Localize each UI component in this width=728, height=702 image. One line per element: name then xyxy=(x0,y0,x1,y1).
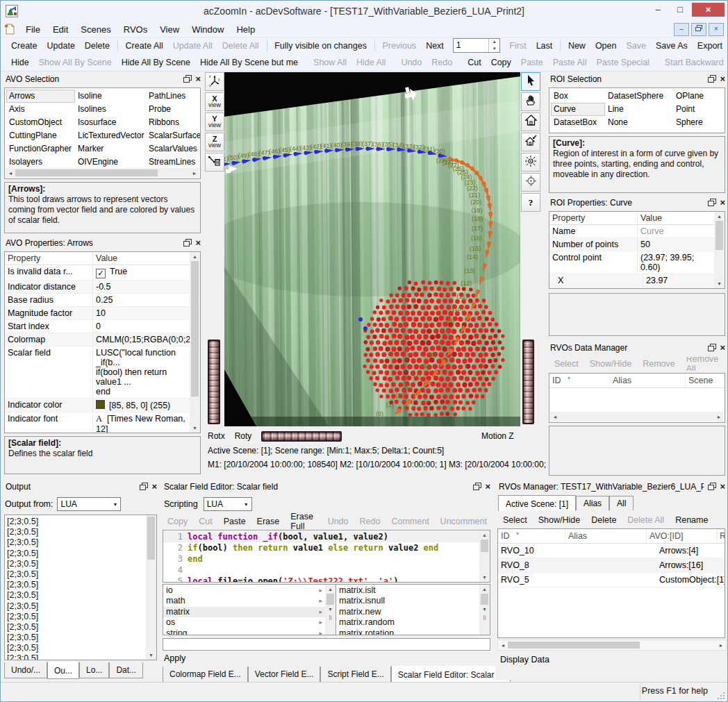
toolbar-button-export[interactable]: Export xyxy=(693,39,727,53)
tab-active-scene-1-[interactable]: Active Scene: [1] xyxy=(498,495,576,511)
module-item-os[interactable]: os▸ xyxy=(163,617,325,628)
float-icon[interactable] xyxy=(708,344,717,352)
module-item-io[interactable]: io▸ xyxy=(163,585,325,596)
list-item-none[interactable]: None xyxy=(605,116,673,129)
x-view-button[interactable]: Xview xyxy=(205,92,224,111)
list-item-point[interactable]: Point xyxy=(673,103,722,116)
close-icon[interactable]: × xyxy=(151,483,157,491)
column-header-scene[interactable]: Scene xyxy=(686,374,725,387)
tab-all[interactable]: All xyxy=(609,496,634,510)
property-value[interactable]: [85, 85, 0] (255) xyxy=(93,399,190,412)
function-item[interactable]: matrix.isnull xyxy=(336,596,479,606)
code-line[interactable]: 5local file=io.open('Z:\\Test222.txt', '… xyxy=(163,576,479,582)
function-item[interactable]: matrix.islt xyxy=(336,585,479,596)
tab-dat-[interactable]: Dat... xyxy=(109,662,143,678)
column-header-roi[interactable]: ROI xyxy=(717,529,725,543)
scripting-dropdown[interactable]: LUA▼ xyxy=(204,497,252,511)
column-header-alias[interactable]: Alias xyxy=(565,529,647,543)
property-value[interactable]: Curve xyxy=(638,225,714,237)
button-show-hide[interactable]: Show/Hide xyxy=(533,514,586,526)
rvo-row-rvo_8[interactable]: RVO_8Arrows:[16]Curve xyxy=(498,558,725,573)
column-header-alias[interactable]: Alias xyxy=(610,374,686,387)
close-icon[interactable]: × xyxy=(720,344,725,352)
float-icon[interactable] xyxy=(708,199,717,207)
toolbar-button-new[interactable]: New xyxy=(563,39,590,53)
property-row[interactable]: Indicator fontA[Times New Roman, 12] xyxy=(5,412,190,433)
property-row[interactable]: Start index0 xyxy=(5,320,190,333)
seek-button[interactable] xyxy=(521,173,540,192)
lua-function-list[interactable]: matrix.isltmatrix.isnullmatrix.newmatrix… xyxy=(336,585,479,635)
module-item-matrix[interactable]: matrix▸ xyxy=(163,607,325,617)
tab-lo-[interactable]: Lo... xyxy=(79,662,109,678)
roi-prop-vscrollbar[interactable]: ▲▼ xyxy=(714,212,725,288)
code-line[interactable]: 1local function _if(bool, value1, value2… xyxy=(163,531,479,542)
toolbar-button-last[interactable]: Last xyxy=(531,39,558,53)
property-row[interactable]: Base radius0.25 xyxy=(5,294,190,307)
close-icon[interactable]: × xyxy=(485,483,490,491)
home-button[interactable] xyxy=(521,112,540,131)
column-header-id[interactable]: ID▾ xyxy=(498,529,565,543)
code-vscrollbar[interactable]: ▲▼ xyxy=(479,530,490,582)
rdm-hscrollbar[interactable]: ◄► xyxy=(550,412,724,421)
resize-grip[interactable] xyxy=(717,692,725,700)
property-row[interactable]: X23.97 xyxy=(549,274,714,287)
close-icon[interactable]: × xyxy=(720,75,725,83)
property-value[interactable]: -0.5 xyxy=(93,281,190,293)
menu-item-scenes[interactable]: Scenes xyxy=(74,23,117,36)
menu-item-help[interactable]: Help xyxy=(230,23,261,36)
list-item-sphere[interactable]: Sphere xyxy=(673,116,722,129)
close-icon[interactable]: × xyxy=(195,239,201,247)
maximize-button[interactable]: □ xyxy=(670,3,690,17)
toolbar-button-copy[interactable]: Copy xyxy=(486,56,516,69)
toolbar-button-create[interactable]: Create xyxy=(6,39,42,53)
menu-item-view[interactable]: View xyxy=(154,23,185,36)
float-icon[interactable] xyxy=(708,483,717,491)
tab-scalar-field-editor-scalar-[interactable]: Scalar Field Editor: Scalar ... xyxy=(391,666,511,683)
tab-colormap-field-e-[interactable]: Colormap Field E... xyxy=(163,667,248,683)
tab-script-field-e-[interactable]: Script Field E... xyxy=(320,667,390,683)
apply-button[interactable]: Apply xyxy=(164,653,185,663)
rvo-row-rvo_5[interactable]: RVO_5CustomObject:[1]None xyxy=(498,573,725,587)
z-view-button[interactable]: Zview xyxy=(205,133,224,151)
property-row[interactable]: Scalar fieldLUSC("local function _if(b..… xyxy=(5,346,190,399)
float-icon[interactable] xyxy=(473,483,482,491)
roty-thumbwheel[interactable] xyxy=(261,431,342,442)
property-row[interactable]: Number of points50 xyxy=(549,238,714,251)
code-line[interactable]: 3end xyxy=(163,553,479,565)
list-item-box[interactable]: Box xyxy=(551,90,605,103)
module-list-vscrollbar[interactable]: ▲▼|| xyxy=(325,585,336,635)
y-view-button[interactable]: Yview xyxy=(205,112,224,131)
property-value[interactable]: (23.97; 39.95; 0.60) xyxy=(638,251,714,274)
property-value[interactable]: A[Times New Roman, 12] xyxy=(93,412,190,433)
menu-item-edit[interactable]: Edit xyxy=(47,23,74,36)
code-editor[interactable]: 1local function _if(bool, value1, value2… xyxy=(163,530,479,582)
menu-item-window[interactable]: Window xyxy=(185,23,230,36)
float-icon[interactable] xyxy=(140,483,149,491)
list-item-axis[interactable]: Axis xyxy=(6,103,75,116)
button-select[interactable]: Select xyxy=(497,514,533,526)
module-item-math[interactable]: math▸ xyxy=(163,596,325,606)
view-all-button[interactable] xyxy=(521,153,540,172)
button-erase[interactable]: Erase xyxy=(251,515,286,528)
axes-button[interactable]: zxy xyxy=(205,72,224,91)
minimize-button[interactable]: – xyxy=(647,3,668,17)
list-item-functiongrapher[interactable]: FunctionGrapher xyxy=(6,142,75,156)
list-item-isolayers[interactable]: Isolayers xyxy=(6,156,75,169)
list-item-cuttingplane[interactable]: CuttingPlane xyxy=(6,129,75,142)
property-row[interactable]: Indicator distance-0.5 xyxy=(5,281,190,294)
property-row[interactable]: Y39.95 xyxy=(549,287,714,288)
list-item-isolines[interactable]: Isolines xyxy=(75,103,146,116)
left-thumbwheel[interactable] xyxy=(208,340,220,424)
toolbar-button-next[interactable]: Next xyxy=(421,39,449,53)
close-icon[interactable]: × xyxy=(195,75,201,83)
spinbox-arrows[interactable]: ▲▼ xyxy=(488,39,499,52)
right-thumbwheel[interactable] xyxy=(522,340,534,424)
function-list-vscrollbar[interactable]: ▲▼|| xyxy=(479,585,490,635)
checkbox-icon[interactable]: ✓ xyxy=(96,269,106,278)
pointer-button[interactable] xyxy=(521,72,540,91)
toolbar-button-update[interactable]: Update xyxy=(42,39,80,53)
output-from-dropdown[interactable]: LUA▼ xyxy=(57,497,121,511)
list-item-customobject[interactable]: CustomObject xyxy=(6,116,75,129)
list-item-datasetbox[interactable]: DatasetBox xyxy=(551,116,605,129)
property-value[interactable]: LUSC("local function _if(b... if(bool) t… xyxy=(93,346,190,398)
